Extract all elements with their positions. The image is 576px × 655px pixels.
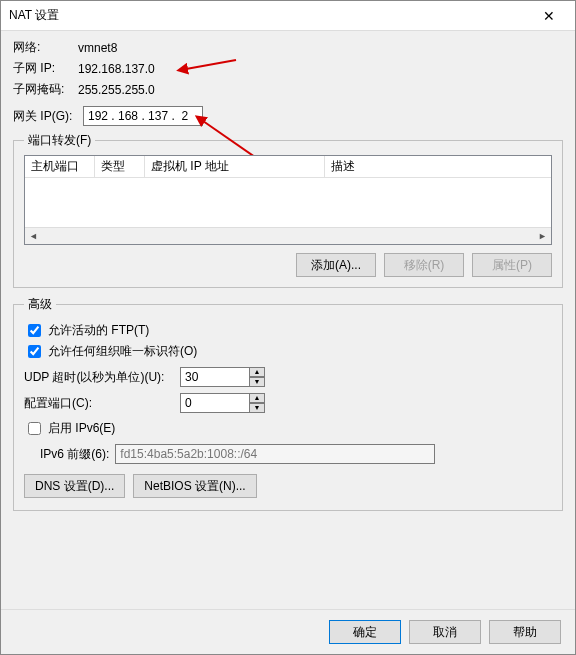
subnet-ip-value: 192.168.137.0 [78, 62, 155, 76]
udp-timeout-input[interactable] [180, 367, 250, 387]
table-header: 主机端口 类型 虚拟机 IP 地址 描述 [25, 156, 551, 178]
network-value: vmnet8 [78, 41, 117, 55]
port-forward-group: 端口转发(F) 主机端口 类型 虚拟机 IP 地址 描述 ◄ ► 添加(A)..… [13, 132, 563, 288]
ipv6-prefix-label: IPv6 前缀(6): [40, 446, 109, 463]
subnet-mask-value: 255.255.255.0 [78, 83, 155, 97]
dialog-footer: 确定 取消 帮助 [1, 609, 575, 654]
allow-oui-label: 允许任何组织唯一标识符(O) [48, 343, 197, 360]
col-vm-ip[interactable]: 虚拟机 IP 地址 [145, 156, 325, 177]
config-port-spinner[interactable]: ▲ ▼ [180, 393, 265, 413]
gateway-input[interactable] [83, 106, 203, 126]
network-label: 网络: [13, 39, 78, 56]
enable-ipv6-label: 启用 IPv6(E) [48, 420, 115, 437]
port-forward-table[interactable]: 主机端口 类型 虚拟机 IP 地址 描述 ◄ ► [24, 155, 552, 245]
close-icon[interactable]: ✕ [531, 4, 567, 28]
col-host-port[interactable]: 主机端口 [25, 156, 95, 177]
spinner-down-icon[interactable]: ▼ [249, 403, 265, 413]
scroll-right-icon[interactable]: ► [534, 228, 551, 245]
add-button[interactable]: 添加(A)... [296, 253, 376, 277]
horizontal-scrollbar[interactable]: ◄ ► [25, 227, 551, 244]
cancel-button[interactable]: 取消 [409, 620, 481, 644]
udp-timeout-spinner[interactable]: ▲ ▼ [180, 367, 265, 387]
enable-ipv6-input[interactable] [28, 422, 41, 435]
spinner-up-icon[interactable]: ▲ [249, 367, 265, 377]
content-area: 网络: vmnet8 子网 IP: 192.168.137.0 子网掩码: 25… [1, 31, 575, 609]
config-port-label: 配置端口(C): [24, 395, 174, 412]
allow-ftp-input[interactable] [28, 324, 41, 337]
allow-oui-checkbox[interactable]: 允许任何组织唯一标识符(O) [24, 342, 552, 361]
ipv6-prefix-input [115, 444, 435, 464]
dns-settings-button[interactable]: DNS 设置(D)... [24, 474, 125, 498]
enable-ipv6-checkbox[interactable]: 启用 IPv6(E) [24, 419, 552, 438]
nat-settings-dialog: NAT 设置 ✕ 网络: vmnet8 子网 IP: 192.168.137.0… [0, 0, 576, 655]
ok-button[interactable]: 确定 [329, 620, 401, 644]
gateway-label: 网关 IP(G): [13, 108, 83, 125]
spinner-up-icon[interactable]: ▲ [249, 393, 265, 403]
subnet-mask-label: 子网掩码: [13, 81, 78, 98]
help-button[interactable]: 帮助 [489, 620, 561, 644]
properties-button: 属性(P) [472, 253, 552, 277]
scroll-left-icon[interactable]: ◄ [25, 228, 42, 245]
advanced-group: 高级 允许活动的 FTP(T) 允许任何组织唯一标识符(O) UDP 超时(以秒… [13, 296, 563, 511]
subnet-ip-label: 子网 IP: [13, 60, 78, 77]
udp-timeout-label: UDP 超时(以秒为单位)(U): [24, 369, 174, 386]
netbios-settings-button[interactable]: NetBIOS 设置(N)... [133, 474, 256, 498]
spinner-down-icon[interactable]: ▼ [249, 377, 265, 387]
window-title: NAT 设置 [9, 7, 59, 24]
col-desc[interactable]: 描述 [325, 156, 551, 177]
allow-ftp-label: 允许活动的 FTP(T) [48, 322, 149, 339]
remove-button: 移除(R) [384, 253, 464, 277]
allow-ftp-checkbox[interactable]: 允许活动的 FTP(T) [24, 321, 552, 340]
advanced-legend: 高级 [24, 296, 56, 313]
svg-line-0 [186, 60, 236, 69]
allow-oui-input[interactable] [28, 345, 41, 358]
titlebar: NAT 设置 ✕ [1, 1, 575, 31]
col-type[interactable]: 类型 [95, 156, 145, 177]
config-port-input[interactable] [180, 393, 250, 413]
port-forward-legend: 端口转发(F) [24, 132, 95, 149]
